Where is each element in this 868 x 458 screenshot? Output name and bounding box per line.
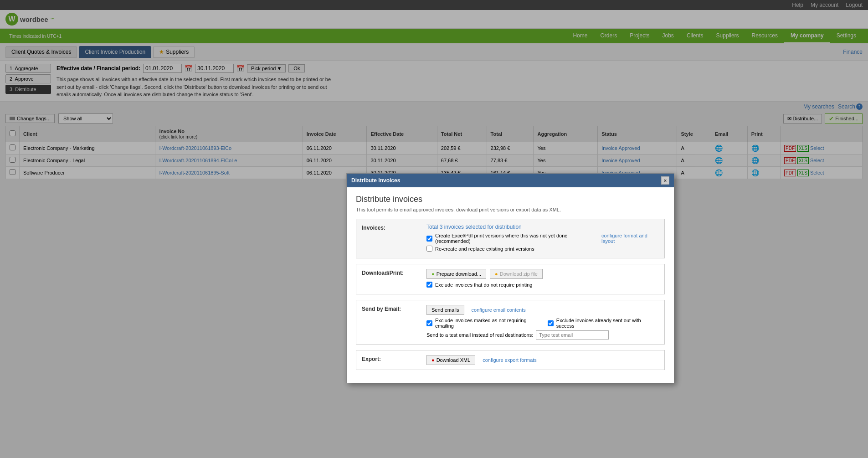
modal-overlay: Distribute Invoices × Distribute invoice… [0, 0, 868, 185]
modal-title-bar: Distribute Invoices [351, 177, 400, 184]
modal-header: Distribute Invoices × [347, 174, 674, 185]
modal-close-btn[interactable]: × [661, 176, 669, 185]
distribute-invoices-modal: Distribute Invoices × Distribute invoice… [346, 173, 674, 185]
